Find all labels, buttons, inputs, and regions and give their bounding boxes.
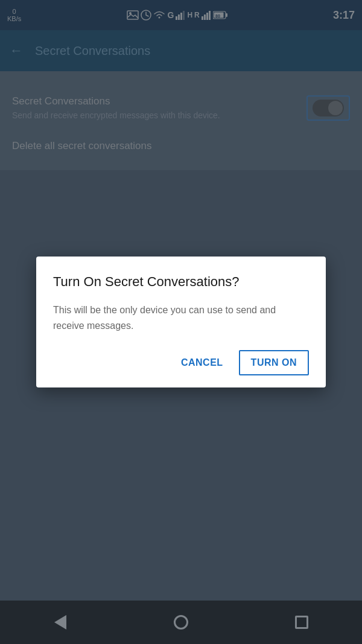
turn-on-button[interactable]: TURN ON bbox=[239, 350, 309, 375]
dialog-body: This will be the only device you can use… bbox=[53, 302, 309, 333]
cancel-button[interactable]: CANCEL bbox=[171, 351, 233, 374]
dialog: Turn On Secret Conversations? This will … bbox=[36, 257, 326, 388]
dialog-buttons: CANCEL TURN ON bbox=[53, 350, 309, 375]
dialog-title: Turn On Secret Conversations? bbox=[53, 273, 309, 291]
dialog-overlay: Turn On Secret Conversations? This will … bbox=[0, 0, 362, 644]
